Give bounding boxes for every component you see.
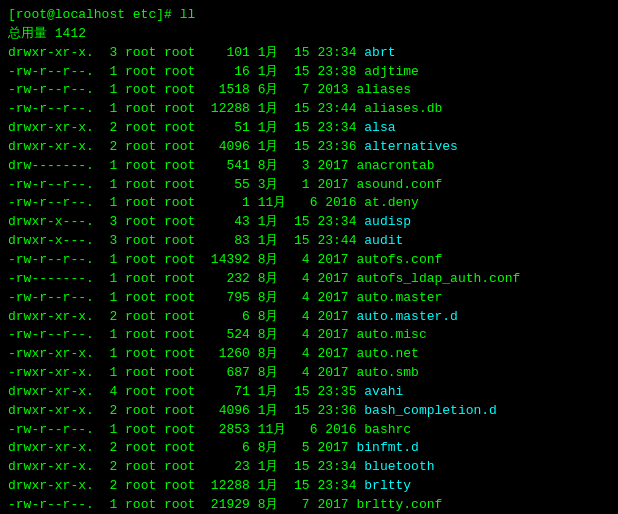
list-item: -rw-r--r--. 1 root root 21929 8月 7 2017 … — [8, 496, 610, 514]
list-item: -rw-r--r--. 1 root root 55 3月 1 2017 aso… — [8, 176, 610, 195]
list-item: drwxr-xr-x. 3 root root 101 1月 15 23:34 … — [8, 44, 610, 63]
list-item: drwxr-xr-x. 2 root root 4096 1月 15 23:36… — [8, 402, 610, 421]
list-item: -rw-r--r--. 1 root root 2853 11月 6 2016 … — [8, 421, 610, 440]
total-line: 总用量 1412 — [8, 25, 610, 44]
list-item: drwxr-xr-x. 2 root root 4096 1月 15 23:36… — [8, 138, 610, 157]
list-item: drwxr-xr-x. 2 root root 6 8月 5 2017 binf… — [8, 439, 610, 458]
list-item: -rw-r--r--. 1 root root 14392 8月 4 2017 … — [8, 251, 610, 270]
prompt-line: [root@localhost etc]# ll — [8, 6, 610, 25]
list-item: -rw-r--r--. 1 root root 524 8月 4 2017 au… — [8, 326, 610, 345]
list-item: -rw-r--r--. 1 root root 1518 6月 7 2013 a… — [8, 81, 610, 100]
list-item: drwxr-x---. 3 root root 83 1月 15 23:44 a… — [8, 232, 610, 251]
list-item: -rw-------. 1 root root 232 8月 4 2017 au… — [8, 270, 610, 289]
list-item: drwxr-xr-x. 2 root root 12288 1月 15 23:3… — [8, 477, 610, 496]
list-item: -rwxr-xr-x. 1 root root 687 8月 4 2017 au… — [8, 364, 610, 383]
list-item: drwxr-xr-x. 2 root root 51 1月 15 23:34 a… — [8, 119, 610, 138]
list-item: -rw-r--r--. 1 root root 1 11月 6 2016 at.… — [8, 194, 610, 213]
list-item: -rw-r--r--. 1 root root 16 1月 15 23:38 a… — [8, 63, 610, 82]
list-item: -rwxr-xr-x. 1 root root 1260 8月 4 2017 a… — [8, 345, 610, 364]
file-list: drwxr-xr-x. 3 root root 101 1月 15 23:34 … — [8, 44, 610, 514]
list-item: drwxr-xr-x. 2 root root 23 1月 15 23:34 b… — [8, 458, 610, 477]
list-item: drwxr-xr-x. 4 root root 71 1月 15 23:35 a… — [8, 383, 610, 402]
terminal-window: [root@localhost etc]# ll 总用量 1412 — [8, 6, 610, 44]
list-item: drwxr-xr-x. 2 root root 6 8月 4 2017 auto… — [8, 308, 610, 327]
list-item: -rw-r--r--. 1 root root 795 8月 4 2017 au… — [8, 289, 610, 308]
list-item: drw-------. 1 root root 541 8月 3 2017 an… — [8, 157, 610, 176]
list-item: drwxr-x---. 3 root root 43 1月 15 23:34 a… — [8, 213, 610, 232]
list-item: -rw-r--r--. 1 root root 12288 1月 15 23:4… — [8, 100, 610, 119]
